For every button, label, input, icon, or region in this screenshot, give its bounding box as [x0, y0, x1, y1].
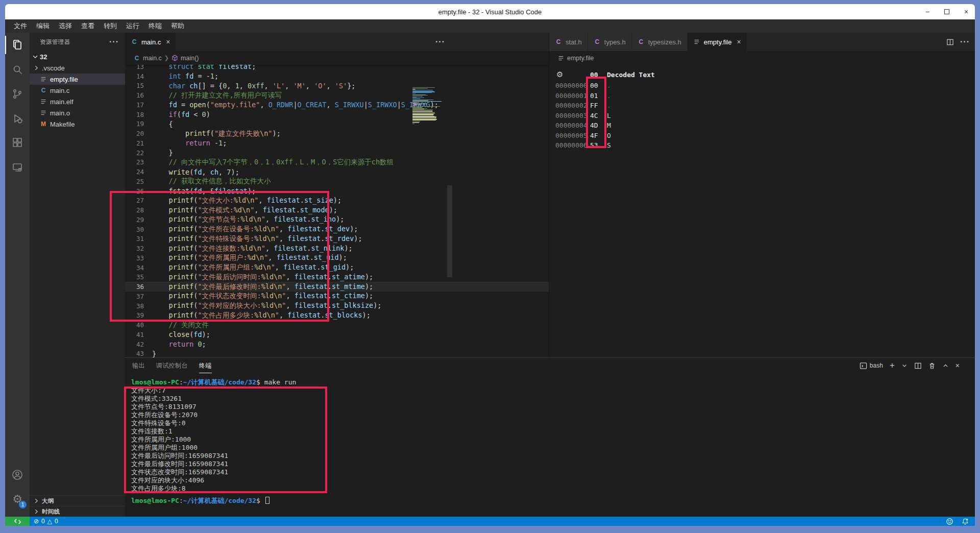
code-line[interactable]: 23 // 向文件中写入7个字节，0，1，0xff，L，M，O，S它们来源于ch… — [125, 158, 549, 167]
activity-settings[interactable]: ⚙1 — [5, 487, 30, 512]
terminal-shell-picker[interactable]: bash — [860, 362, 883, 370]
sidebar-more-actions-button[interactable]: ··· — [109, 37, 119, 46]
breadcrumb-file[interactable]: main.c — [143, 55, 162, 62]
code-line[interactable]: 15 char ch[] = {0, 1, 0xff, 'L', 'M', 'O… — [125, 81, 549, 91]
menu-item-终端[interactable]: 终端 — [144, 20, 166, 32]
code-line[interactable]: 25 // 获取文件信息，比如文件大小 — [125, 177, 549, 186]
activity-explorer[interactable] — [5, 33, 30, 57]
menu-item-帮助[interactable]: 帮助 — [166, 20, 189, 32]
code-line[interactable]: 42 return 0; — [125, 340, 549, 349]
tab-main.c[interactable]: Cmain.c× — [125, 33, 176, 51]
close-panel-icon[interactable]: × — [955, 361, 960, 370]
chevron-down-icon[interactable] — [901, 362, 908, 369]
tree-item-main.c[interactable]: Cmain.c — [30, 85, 125, 96]
minimap[interactable] — [412, 87, 449, 125]
line-number[interactable]: 23 — [125, 158, 144, 166]
menu-item-转到[interactable]: 转到 — [99, 20, 121, 32]
code-line[interactable]: 19 { — [125, 119, 549, 129]
activity-extensions[interactable] — [5, 131, 30, 155]
tree-item-main.elf[interactable]: main.elf — [30, 96, 125, 107]
code-line[interactable]: 13 struct stat filestat; — [125, 65, 549, 71]
close-icon[interactable]: × — [737, 38, 741, 46]
hex-row[interactable]: 0000000653S — [549, 140, 975, 151]
activity-run-debug[interactable] — [5, 106, 30, 131]
scrollbar-slider[interactable] — [447, 185, 452, 277]
hex-row[interactable]: 000000044DM — [549, 120, 975, 131]
menu-item-查看[interactable]: 查看 — [77, 20, 99, 32]
code-line[interactable]: 18 if(fd < 0) — [125, 110, 549, 119]
panel-tab-终端[interactable]: 终端 — [199, 358, 212, 373]
tree-root-folder[interactable]: 32 — [30, 51, 125, 62]
breadcrumb[interactable]: C main.c ❯ main() — [125, 51, 549, 65]
tab-stat.h[interactable]: Cstat.h — [549, 33, 588, 51]
tree-item-main.o[interactable]: main.o — [30, 107, 125, 118]
editor-more-actions-button[interactable]: ··· — [960, 37, 970, 46]
line-number[interactable]: 21 — [125, 139, 144, 147]
line-number[interactable]: 22 — [125, 149, 144, 157]
maximize-panel-icon[interactable] — [942, 362, 949, 369]
editor-more-actions-button[interactable]: ··· — [435, 37, 445, 46]
line-number[interactable]: 25 — [125, 178, 144, 185]
line-number[interactable]: 14 — [125, 72, 144, 80]
kill-terminal-icon[interactable] — [928, 362, 936, 370]
activity-remote-explorer[interactable] — [5, 155, 30, 180]
breadcrumb-file[interactable]: empty.file — [567, 55, 594, 62]
close-button[interactable]: × — [963, 8, 970, 15]
maximize-button[interactable] — [943, 8, 950, 15]
line-number[interactable]: 13 — [125, 65, 144, 70]
line-number[interactable]: 40 — [125, 321, 144, 329]
sidebar-section-大纲[interactable]: 大纲 — [30, 495, 125, 506]
code-line[interactable]: 14 int fd = -1; — [125, 71, 549, 81]
code-line[interactable]: 22 } — [125, 148, 549, 158]
line-number[interactable]: 43 — [125, 350, 144, 357]
sidebar-section-时间线[interactable]: 时间线 — [30, 506, 125, 517]
split-terminal-icon[interactable] — [914, 362, 922, 370]
menu-item-选择[interactable]: 选择 — [54, 20, 77, 32]
activity-account[interactable] — [5, 463, 30, 487]
new-terminal-button[interactable]: + — [890, 360, 895, 371]
tree-item-Makefile[interactable]: MMakefile — [30, 118, 125, 130]
code-line[interactable]: 24 write(fd, ch, 7); — [125, 167, 549, 177]
line-number[interactable]: 41 — [125, 331, 144, 338]
hex-row[interactable]: 000000034CL — [549, 111, 975, 121]
minimize-button[interactable]: − — [924, 8, 931, 15]
menu-item-运行[interactable]: 运行 — [121, 20, 144, 32]
notifications-bell-icon[interactable] — [962, 518, 969, 525]
code-line[interactable]: 17 fd = open("empty.file", O_RDWR|O_CREA… — [125, 100, 549, 110]
menu-item-编辑[interactable]: 编辑 — [32, 20, 54, 32]
feedback-icon[interactable] — [946, 518, 953, 525]
code-line[interactable]: 43} — [125, 349, 549, 358]
tab-types.h[interactable]: Ctypes.h — [588, 33, 632, 51]
titlebar[interactable]: empty.file - 32 - Visual Studio Code −× — [5, 4, 975, 19]
line-number[interactable]: 24 — [125, 168, 144, 176]
code-line[interactable]: 40 // 关闭文件 — [125, 320, 549, 330]
tab-empty.file[interactable]: empty.file× — [688, 33, 747, 51]
tree-item-empty.file[interactable]: empty.file — [30, 74, 125, 85]
line-number[interactable]: 16 — [125, 91, 144, 99]
line-number[interactable]: 19 — [125, 120, 144, 128]
close-icon[interactable]: × — [166, 38, 170, 46]
hex-row[interactable]: 0000000000. — [549, 81, 975, 91]
problems-status[interactable]: ⊘ 0 △ 0 — [30, 518, 58, 525]
hex-row[interactable]: 000000054FO — [549, 131, 975, 141]
line-number[interactable]: 18 — [125, 111, 144, 118]
panel-tab-调试控制台[interactable]: 调试控制台 — [156, 358, 188, 373]
tree-item-.vscode[interactable]: .vscode — [30, 62, 125, 74]
hex-row[interactable]: 0000000101. — [549, 91, 975, 101]
gear-icon[interactable]: ⚙ — [549, 70, 584, 79]
code-line[interactable]: 16 // 打开并建立文件,所有用户可读写 — [125, 90, 549, 100]
remote-indicator[interactable] — [5, 517, 30, 526]
breadcrumb-symbol[interactable]: main() — [181, 55, 199, 62]
menu-item-文件[interactable]: 文件 — [9, 20, 32, 32]
line-number[interactable]: 42 — [125, 341, 144, 348]
activity-search[interactable] — [5, 57, 30, 82]
line-number[interactable]: 15 — [125, 82, 144, 89]
code-line[interactable]: 21 return -1; — [125, 138, 549, 148]
tab-typesizes.h[interactable]: Ctypesizes.h — [632, 33, 688, 51]
line-number[interactable]: 17 — [125, 101, 144, 109]
hex-row[interactable]: 00000002FF. — [549, 101, 975, 111]
code-line[interactable]: 20 printf("建立文件失败\n"); — [125, 129, 549, 138]
split-editor-icon[interactable] — [946, 38, 954, 46]
code-line[interactable]: 41 close(fd); — [125, 330, 549, 340]
panel-tab-输出[interactable]: 输出 — [132, 358, 145, 373]
